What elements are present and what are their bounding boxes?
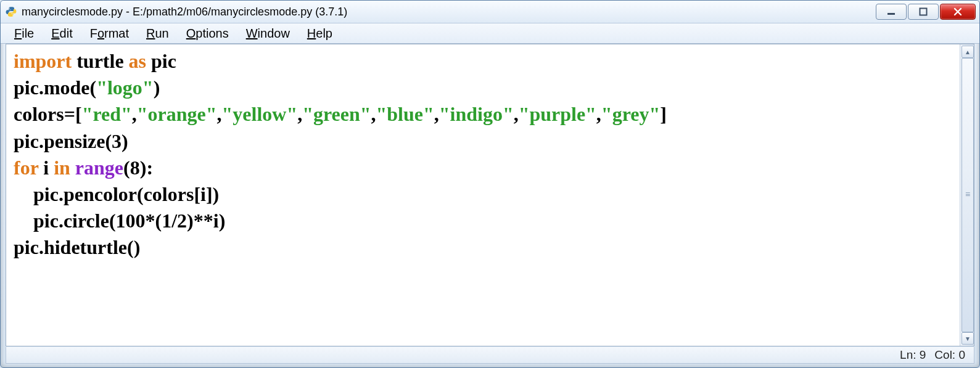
code-line: pic.circle(100*(1/2)**i) <box>14 208 952 234</box>
close-button[interactable] <box>940 4 976 20</box>
menu-help[interactable]: Help <box>300 25 340 42</box>
svg-rect-3 <box>920 9 927 15</box>
code-editor[interactable]: import turtle as pic pic.mode("logo") co… <box>6 44 960 346</box>
scroll-down-button[interactable]: ▼ <box>961 332 974 345</box>
svg-rect-2 <box>887 13 895 15</box>
menu-options[interactable]: Options <box>179 25 236 42</box>
code-line: pic.mode("logo") <box>14 75 952 101</box>
scroll-thumb[interactable] <box>961 58 974 332</box>
minimize-button[interactable] <box>876 4 907 20</box>
menu-edit[interactable]: Edit <box>44 25 80 42</box>
status-column: Col: 0 <box>934 348 965 362</box>
menu-format[interactable]: Format <box>83 25 136 42</box>
menu-bar: File Edit Format Run Options Window Help <box>1 23 979 44</box>
editor-area: import turtle as pic pic.mode("logo") co… <box>6 44 974 346</box>
code-line: pic.hideturtle() <box>14 234 952 261</box>
window-title: manycirclesmode.py - E:/pmath2/m06/manyc… <box>22 6 347 18</box>
python-icon <box>6 6 17 17</box>
status-bar: Ln: 9 Col: 0 <box>6 347 974 364</box>
idle-window: manycirclesmode.py - E:/pmath2/m06/manyc… <box>0 0 980 368</box>
vertical-scrollbar[interactable]: ▲ ▼ <box>960 44 974 346</box>
svg-point-0 <box>9 8 10 9</box>
code-line: import turtle as pic <box>14 48 952 75</box>
menu-window[interactable]: Window <box>239 25 297 42</box>
status-line: Ln: 9 <box>900 348 926 362</box>
svg-point-1 <box>12 15 14 16</box>
menu-run[interactable]: Run <box>139 25 176 42</box>
code-line: pic.pensize(3) <box>14 128 952 155</box>
code-line: colors=["red","orange","yellow","green",… <box>14 101 952 128</box>
scroll-up-button[interactable]: ▲ <box>961 46 974 58</box>
title-bar: manycirclesmode.py - E:/pmath2/m06/manyc… <box>1 1 979 23</box>
maximize-button[interactable] <box>908 4 939 20</box>
window-controls <box>875 4 976 20</box>
code-line: for i in range(8): <box>14 155 952 181</box>
code-line: pic.pencolor(colors[i]) <box>14 181 952 208</box>
menu-file[interactable]: File <box>7 25 41 42</box>
